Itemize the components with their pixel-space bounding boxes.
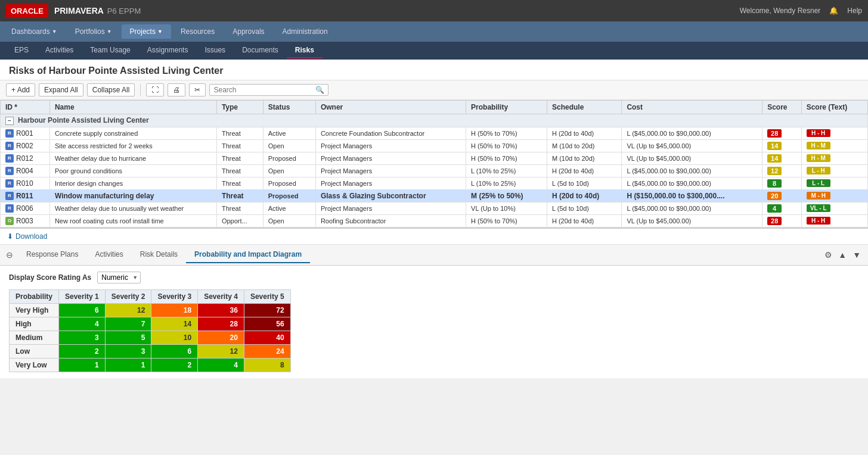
subnav-activities[interactable]: Activities bbox=[37, 43, 82, 58]
oracle-logo: ORACLE bbox=[6, 4, 48, 18]
cell-cost: H ($150,000.00 to $300,000.... bbox=[622, 189, 762, 202]
table-row[interactable]: R R011 Window manufacturing delay Threat… bbox=[1, 189, 868, 202]
tab-activities[interactable]: Activities bbox=[86, 247, 131, 263]
cell-name: Weather delay due to hurricane bbox=[49, 152, 216, 164]
col-status[interactable]: Status bbox=[263, 101, 315, 114]
bottom-panel-collapse[interactable]: ⊖ bbox=[6, 250, 13, 260]
subnav-assignments[interactable]: Assignments bbox=[139, 43, 197, 58]
col-probability[interactable]: Probability bbox=[466, 101, 547, 114]
cell-owner: Project Managers bbox=[315, 164, 466, 177]
risk-id: R004 bbox=[16, 167, 33, 175]
cell-id: R R012 bbox=[1, 152, 50, 164]
search-input[interactable] bbox=[213, 86, 315, 94]
cell-schedule: L (5d to 10d) bbox=[547, 202, 621, 214]
subnav-risks[interactable]: Risks bbox=[287, 43, 323, 58]
score-text-badge: L - L bbox=[807, 179, 830, 187]
help-link[interactable]: Help bbox=[847, 7, 862, 15]
add-button[interactable]: + Add bbox=[6, 83, 35, 96]
cell-cost: L ($45,000.00 to $90,000.00) bbox=[622, 202, 762, 214]
nav-approvals[interactable]: Approvals bbox=[224, 24, 272, 39]
table-row[interactable]: R R004 Poor ground conditions Threat Ope… bbox=[1, 164, 868, 177]
col-cost[interactable]: Cost bbox=[622, 101, 762, 114]
prob-row: High47142856 bbox=[10, 317, 291, 331]
cell-probability: L (10% to 25%) bbox=[466, 164, 547, 177]
display-score-select[interactable]: Numeric bbox=[97, 272, 141, 283]
cell-score-text: H - H bbox=[801, 127, 867, 139]
cell-type: Opport... bbox=[216, 214, 263, 227]
table-row[interactable]: O R003 New roof coating cuts roof instal… bbox=[1, 214, 868, 227]
display-score-select-wrapper[interactable]: Numeric ▼ bbox=[97, 272, 141, 283]
collapse-up-icon[interactable]: ▲ bbox=[837, 249, 848, 261]
col-name[interactable]: Name bbox=[49, 101, 216, 114]
print-button[interactable]: 🖨 bbox=[168, 83, 185, 96]
risk-id: R003 bbox=[16, 217, 33, 225]
settings-gear-icon[interactable]: ⚙ bbox=[823, 249, 833, 261]
cell-status: Open bbox=[263, 214, 315, 227]
tab-response-plans[interactable]: Response Plans bbox=[18, 247, 86, 263]
col-score[interactable]: Score bbox=[762, 101, 802, 114]
risk-id: R012 bbox=[16, 154, 33, 163]
table-row[interactable]: R R001 Concrete supply constrained Threa… bbox=[1, 127, 868, 139]
col-schedule[interactable]: Schedule bbox=[547, 101, 621, 114]
cell-status: Proposed bbox=[263, 152, 315, 164]
notification-icon[interactable]: 🔔 bbox=[829, 7, 838, 15]
prob-row-label: Medium bbox=[10, 331, 59, 344]
subnav-eps[interactable]: EPS bbox=[6, 43, 37, 58]
cell-score: 14 bbox=[762, 139, 802, 152]
cell-id: R R010 bbox=[1, 177, 50, 189]
cell-score: 12 bbox=[762, 164, 802, 177]
cell-type: Threat bbox=[216, 139, 263, 152]
subnav-issues[interactable]: Issues bbox=[196, 43, 234, 58]
risk-id: R010 bbox=[16, 179, 33, 188]
collapse-all-button[interactable]: Collapse All bbox=[87, 83, 135, 96]
cell-type: Threat bbox=[216, 189, 263, 202]
cell-type: Threat bbox=[216, 177, 263, 189]
settings-button[interactable]: ✂ bbox=[189, 83, 206, 96]
subnav-documents[interactable]: Documents bbox=[234, 43, 287, 58]
score-text-badge: H - H bbox=[807, 217, 830, 225]
expand-down-icon[interactable]: ▼ bbox=[851, 249, 862, 261]
prob-diagram: Display Score Rating As Numeric ▼ Probab… bbox=[0, 266, 868, 378]
nav-portfolios[interactable]: Portfolios▼ bbox=[67, 24, 120, 39]
nav-resources[interactable]: Resources bbox=[172, 24, 223, 39]
table-row[interactable]: R R006 Weather delay due to unusually we… bbox=[1, 202, 868, 214]
risk-table: ID * Name Type Status Owner Probability … bbox=[0, 100, 868, 228]
col-owner[interactable]: Owner bbox=[315, 101, 466, 114]
fullscreen-button[interactable]: ⛶ bbox=[146, 83, 164, 96]
risk-id: R006 bbox=[16, 204, 33, 213]
table-row[interactable]: R R010 Interior design changes Threat Pr… bbox=[1, 177, 868, 189]
nav-dashboards[interactable]: Dashboards▼ bbox=[3, 24, 66, 39]
subnav-team-usage[interactable]: Team Usage bbox=[82, 43, 138, 58]
risk-type-icon: O bbox=[5, 217, 14, 225]
prob-cell: 8 bbox=[244, 358, 290, 372]
nav-projects[interactable]: Projects▼ bbox=[122, 24, 171, 39]
cell-id: R R001 bbox=[1, 127, 50, 139]
download-link[interactable]: ⬇ Download bbox=[7, 232, 47, 241]
cell-score-text: H - H bbox=[801, 214, 867, 227]
col-score-text[interactable]: Score (Text) bbox=[801, 101, 867, 114]
risk-type-icon: R bbox=[5, 154, 14, 163]
toolbar-separator bbox=[140, 84, 141, 96]
download-bar: ⬇ Download bbox=[0, 229, 868, 245]
cell-schedule: H (20d to 40d) bbox=[547, 127, 621, 139]
table-row[interactable]: R R012 Weather delay due to hurricane Th… bbox=[1, 152, 868, 164]
prob-row: Very High612183672 bbox=[10, 303, 291, 317]
download-icon: ⬇ bbox=[7, 232, 13, 241]
prob-cell: 4 bbox=[198, 358, 244, 372]
col-type[interactable]: Type bbox=[216, 101, 263, 114]
group-collapse-btn[interactable]: − bbox=[5, 117, 14, 125]
cell-status: Proposed bbox=[263, 177, 315, 189]
prob-cell: 1 bbox=[105, 358, 151, 372]
cell-owner: Project Managers bbox=[315, 152, 466, 164]
table-row[interactable]: R R002 Site access restricted for 2 week… bbox=[1, 139, 868, 152]
cell-cost: L ($45,000.00 to $90,000.00) bbox=[622, 164, 762, 177]
score-text-badge: H - M bbox=[807, 142, 830, 149]
expand-all-button[interactable]: Expand All bbox=[39, 83, 83, 96]
nav-administration[interactable]: Administration bbox=[274, 24, 336, 39]
tab-prob-impact[interactable]: Probability and Impact Diagram bbox=[186, 247, 310, 263]
cell-type: Threat bbox=[216, 127, 263, 139]
tab-risk-details[interactable]: Risk Details bbox=[132, 247, 186, 263]
col-id[interactable]: ID * bbox=[1, 101, 50, 114]
prob-row-label: Very High bbox=[10, 303, 59, 317]
search-box[interactable]: 🔍 bbox=[209, 84, 328, 96]
